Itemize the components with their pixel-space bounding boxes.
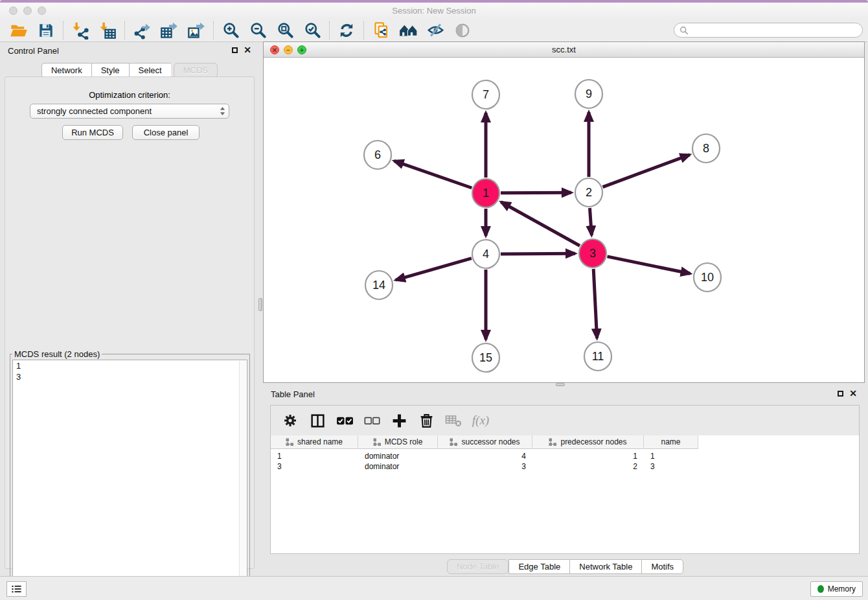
vertical-splitter-handle[interactable] [258,298,262,311]
import-network-button[interactable] [67,20,94,41]
table-cell: 3 [644,462,698,471]
control-panel-title: Control Panel [8,46,59,56]
close-icon[interactable]: ✕ [849,390,857,397]
toolbar-separator [63,21,63,40]
table-header-row: shared nameMCDS rolesuccessor nodesprede… [271,435,859,449]
add-button[interactable] [387,408,411,433]
tab-motifs[interactable]: Motifs [641,559,683,574]
close-network-icon[interactable]: ✕ [270,45,279,54]
columns-button[interactable] [306,408,329,433]
graph-edge-3-10[interactable] [608,257,691,273]
tab-style[interactable]: Style [91,63,129,78]
clone-network-button[interactable] [367,20,394,41]
minimize-window-button[interactable] [23,6,32,15]
graph-edge-3-1[interactable] [501,202,580,246]
column-header-predecessor-nodes[interactable]: predecessor nodes [532,435,644,449]
task-history-button[interactable] [6,581,27,597]
result-scrollbar[interactable] [239,361,246,592]
graph-node-4[interactable]: 4 [472,240,499,268]
graph-edge-1-2[interactable] [501,192,571,193]
table-cell: 2 [532,462,644,471]
graph-edge-2-8[interactable] [603,155,690,187]
export-table-button[interactable] [155,20,183,41]
graph-edge-1-6[interactable] [394,161,472,188]
column-header-mcds-role[interactable]: MCDS role [358,435,438,449]
refresh-icon [338,22,355,39]
zoom-out-button[interactable] [244,20,271,41]
function-builder-button: f(x) [469,408,492,433]
delete-button[interactable] [415,408,438,433]
toggle-graphics-details-button[interactable] [422,20,449,41]
tab-edge-table[interactable]: Edge Table [508,559,569,574]
graph-node-8[interactable]: 8 [692,134,720,163]
graph-node-14[interactable]: 14 [365,271,393,299]
network-canvas[interactable]: 1234678910111415 [264,58,864,382]
column-header-successor-nodes[interactable]: successor nodes [438,435,532,449]
select-all-checkboxes-icon [336,416,354,426]
tab-select[interactable]: Select [129,63,171,78]
table-row[interactable]: 3dominator323 [271,461,859,472]
optimization-criterion-select[interactable]: strongly connected component [30,104,229,119]
table-cell: 1 [644,452,698,461]
birds-eye-view-button[interactable] [449,20,476,41]
close-window-button[interactable] [9,6,17,15]
gear-button[interactable] [279,408,302,433]
mcds-panel: Optimization criterion: strongly connect… [5,76,255,569]
graph-node-11[interactable]: 11 [584,342,611,371]
import-table-button[interactable] [94,20,121,41]
zoom-fit-button[interactable] [271,20,299,41]
select-all-checkboxes-button[interactable] [333,408,356,433]
svg-text:6: 6 [374,148,381,161]
column-header-shared-name[interactable]: shared name [271,435,358,449]
graph-node-2[interactable]: 2 [575,178,602,207]
graph-node-6[interactable]: 6 [364,141,391,169]
refresh-button[interactable] [333,20,360,41]
graph-edge-2-3[interactable] [590,208,592,235]
tab-network-table[interactable]: Network Table [569,559,641,574]
tab-node-table[interactable]: Node Table [447,559,509,574]
column-header-name[interactable]: name [644,435,698,449]
search-box[interactable] [674,23,863,38]
table-tabs: Node TableEdge TableNetwork TableMotifs [263,559,865,574]
graph-edge-3-11[interactable] [593,269,597,338]
graph-edge-4-14[interactable] [396,259,472,281]
search-input[interactable] [691,25,857,36]
float-panel-icon[interactable] [838,391,843,397]
graph-node-10[interactable]: 10 [694,263,721,292]
deselect-all-checkboxes-button[interactable] [360,408,383,433]
home-icon [399,21,418,39]
table-row[interactable]: 1dominator411 [271,451,859,461]
zoom-window-button[interactable] [38,6,46,15]
close-panel-button[interactable]: Close panel [132,125,200,140]
network-window-titlebar[interactable]: ✕ − + scc.txt [264,42,864,58]
zoom-in-button[interactable] [217,20,244,41]
save-button[interactable] [32,20,60,41]
table-cell: dominator [358,452,438,461]
network-window-title: scc.txt [264,42,864,57]
graph-node-7[interactable]: 7 [472,80,499,109]
graph-node-15[interactable]: 15 [472,343,499,372]
home-button[interactable] [394,20,422,41]
close-icon[interactable]: ✕ [244,47,251,54]
graph-node-3[interactable]: 3 [579,239,606,268]
mcds-result-list[interactable]: 13 [12,360,247,593]
export-network-button[interactable] [128,20,155,41]
open-folder-button[interactable] [5,20,32,41]
network-window-controls: ✕ − + [270,45,306,54]
tab-mcds[interactable]: MCDS [174,63,218,78]
control-panel: Control Panel ✕ NetworkStyleSelectMCDS O… [0,42,259,576]
graph-node-9[interactable]: 9 [575,80,602,108]
delete-column-button [442,408,465,433]
run-mcds-button[interactable]: Run MCDS [62,125,123,140]
tab-network[interactable]: Network [41,63,91,78]
export-image-button[interactable] [183,20,210,41]
minimize-network-icon[interactable]: − [284,45,293,54]
zoom-selected-button[interactable] [299,20,326,41]
graph-node-1[interactable]: 1 [472,179,499,207]
table-panel-window-buttons: ✕ [838,390,857,397]
maximize-network-icon[interactable]: + [297,45,306,54]
window-controls [9,6,46,15]
graph-edge-4-3[interactable] [501,253,575,254]
memory-button[interactable]: Memory [810,581,863,597]
float-panel-icon[interactable] [232,47,238,53]
